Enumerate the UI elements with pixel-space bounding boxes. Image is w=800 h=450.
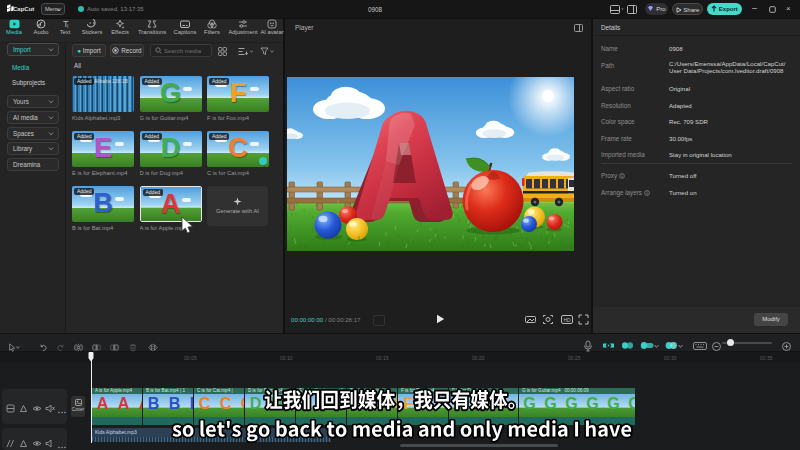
- svg-text:I: I: [67, 23, 68, 29]
- svg-text:HD: HD: [563, 317, 571, 323]
